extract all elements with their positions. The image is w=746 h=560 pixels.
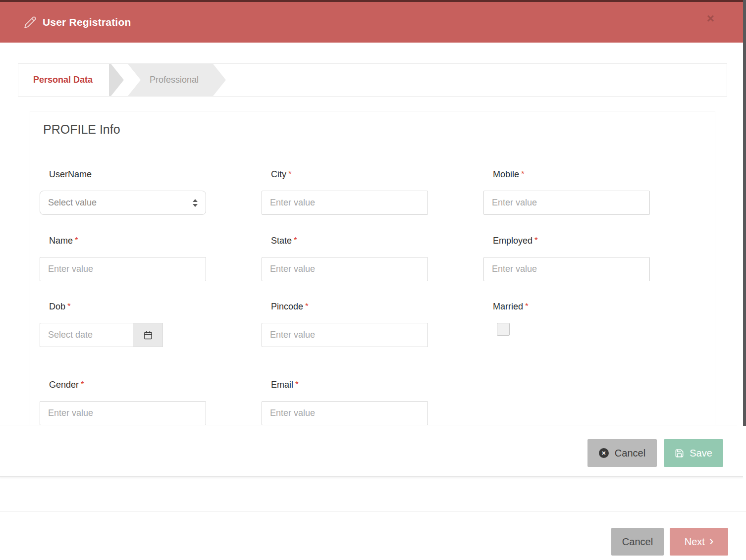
tab-professional[interactable]: Professional bbox=[128, 64, 226, 96]
field-state: State* bbox=[262, 236, 428, 281]
employed-label: Employed* bbox=[493, 236, 650, 246]
page: User Registration × Personal Data Profes… bbox=[0, 0, 746, 560]
field-name: Name* bbox=[40, 236, 206, 281]
required-asterisk: * bbox=[288, 169, 292, 179]
gender-input[interactable] bbox=[40, 401, 206, 425]
state-input[interactable] bbox=[262, 257, 428, 281]
required-asterisk: * bbox=[75, 236, 78, 245]
circle-x-icon: ✕ bbox=[599, 448, 609, 458]
footer-cancel-button[interactable]: Cancel bbox=[611, 528, 664, 556]
married-label: Married* bbox=[493, 302, 650, 312]
field-married: Married* bbox=[483, 302, 650, 336]
field-email: Email* bbox=[262, 380, 428, 425]
tab-separator-chevron bbox=[109, 64, 124, 96]
field-employed: Employed* bbox=[483, 236, 650, 281]
dob-date-group bbox=[40, 323, 163, 347]
email-input[interactable] bbox=[262, 401, 428, 425]
wizard-tabbar: Personal Data Professional bbox=[18, 63, 727, 97]
required-asterisk: * bbox=[525, 302, 529, 311]
mobile-label: Mobile* bbox=[493, 169, 650, 180]
state-label: State* bbox=[271, 236, 428, 246]
married-checkbox[interactable] bbox=[497, 323, 510, 336]
backdrop-right-strip bbox=[743, 0, 746, 426]
calendar-icon bbox=[143, 330, 153, 340]
modal-title: User Registration bbox=[43, 16, 131, 28]
name-label: Name* bbox=[49, 236, 206, 246]
close-icon[interactable]: × bbox=[707, 12, 714, 25]
employed-input[interactable] bbox=[483, 257, 650, 281]
field-pincode: Pincode* bbox=[262, 302, 428, 347]
pencil-icon bbox=[24, 16, 37, 29]
footer-next-button[interactable]: Next › bbox=[670, 528, 728, 556]
required-asterisk: * bbox=[294, 236, 297, 245]
name-input[interactable] bbox=[40, 257, 206, 281]
profile-info-panel: PROFILE Info UserName Select value City* bbox=[30, 111, 715, 427]
email-label: Email* bbox=[271, 380, 428, 390]
dob-input[interactable] bbox=[40, 323, 133, 347]
required-asterisk: * bbox=[81, 380, 84, 389]
username-select-value: Select value bbox=[48, 198, 193, 208]
required-asterisk: * bbox=[521, 169, 525, 179]
pincode-input[interactable] bbox=[262, 323, 428, 347]
modal-footer: ✕ Cancel Save bbox=[0, 425, 737, 476]
dob-label: Dob* bbox=[49, 302, 206, 312]
dob-calendar-button[interactable] bbox=[133, 323, 163, 347]
user-registration-modal: User Registration × Personal Data Profes… bbox=[0, 2, 743, 476]
tab-personal-data[interactable]: Personal Data bbox=[18, 64, 108, 96]
modal-header: User Registration × bbox=[0, 2, 743, 43]
save-button[interactable]: Save bbox=[664, 439, 723, 467]
modal-bottom-divider bbox=[0, 476, 743, 477]
select-arrows-icon bbox=[193, 199, 198, 207]
field-dob: Dob* bbox=[40, 302, 206, 347]
page-footer: Cancel Next › bbox=[0, 512, 746, 560]
cancel-button[interactable]: ✕ Cancel bbox=[587, 439, 657, 467]
required-asterisk: * bbox=[534, 236, 538, 245]
field-gender: Gender* bbox=[40, 380, 206, 425]
city-input[interactable] bbox=[262, 191, 428, 215]
city-label: City* bbox=[271, 169, 428, 180]
field-username: UserName Select value bbox=[40, 169, 206, 215]
mobile-input[interactable] bbox=[483, 191, 650, 215]
gender-label: Gender* bbox=[49, 380, 206, 390]
pincode-label: Pincode* bbox=[271, 302, 428, 312]
username-label: UserName bbox=[49, 169, 206, 180]
field-mobile: Mobile* bbox=[483, 169, 650, 215]
save-floppy-icon bbox=[675, 449, 684, 458]
field-city: City* bbox=[262, 169, 428, 215]
required-asterisk: * bbox=[295, 380, 299, 389]
required-asterisk: * bbox=[67, 302, 71, 311]
panel-title: PROFILE Info bbox=[43, 122, 120, 137]
required-asterisk: * bbox=[305, 302, 309, 311]
username-select[interactable]: Select value bbox=[40, 191, 206, 215]
